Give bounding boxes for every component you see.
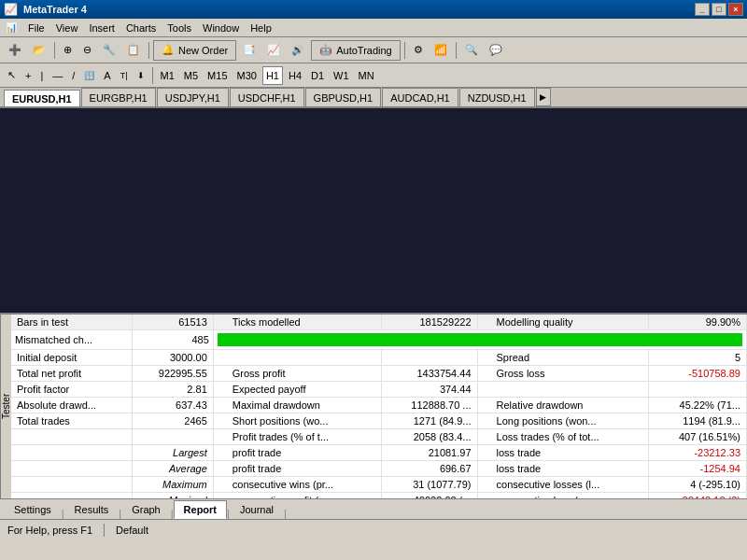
menu-file[interactable]: File: [22, 21, 50, 35]
signals-button[interactable]: 📶: [430, 40, 452, 61]
tab-usdjpy-h1[interactable]: USDJPY,H1: [157, 88, 229, 106]
autotrading-button[interactable]: 🤖 AutoTrading: [311, 40, 401, 61]
close-button[interactable]: ×: [728, 3, 743, 16]
cell-value: 45.22% (71...: [648, 398, 746, 413]
cursor-tool[interactable]: ↖: [4, 66, 20, 85]
crosshair-tool[interactable]: +: [21, 66, 35, 85]
cell-value: Maximum: [133, 477, 214, 493]
table-row: Largest profit trade 21081.97 loss trade…: [11, 445, 747, 461]
tf-h4[interactable]: H4: [285, 66, 305, 85]
cell-value: [133, 429, 214, 445]
tab-report[interactable]: Report: [174, 500, 227, 519]
menu-bar: 📊 File View Insert Charts Tools Window H…: [0, 19, 747, 37]
history-button[interactable]: 📑: [238, 40, 261, 61]
properties-button[interactable]: 🔧: [98, 40, 120, 61]
tf-m5[interactable]: M5: [180, 66, 202, 85]
cell-label: Bars in test: [11, 315, 133, 330]
tab-eurusd-h1[interactable]: EURUSD,H1: [4, 90, 80, 108]
open-icon: 📂: [33, 44, 46, 56]
tester-side-label[interactable]: Tester: [0, 315, 11, 498]
cell-modelling-quality: 99.90%: [648, 315, 746, 330]
cell-value: 485: [133, 330, 214, 350]
table-row: Absolute drawd... 637.43 Maximal drawdow…: [11, 398, 747, 413]
menu-view[interactable]: View: [50, 21, 84, 35]
settings-icon: ⚙: [414, 44, 423, 56]
autotrading-label: AutoTrading: [336, 45, 392, 56]
cell-label: [11, 429, 133, 445]
search-icon: 🔍: [465, 44, 478, 56]
text-tool[interactable]: A: [100, 66, 114, 85]
cell-label: Gross loss: [477, 366, 648, 382]
menu-tools[interactable]: Tools: [162, 21, 197, 35]
title-bar-text: MetaTrader 4: [23, 4, 87, 15]
toolbar-separator-3: [404, 42, 405, 59]
open-button[interactable]: 📂: [28, 40, 50, 61]
arrow-tool[interactable]: ⬇: [134, 66, 148, 85]
tab-results[interactable]: Results: [64, 500, 120, 519]
tab-nzdusd-h1[interactable]: NZDUSD,H1: [459, 88, 535, 106]
hline-tool[interactable]: —: [49, 66, 66, 85]
cell-label: Relative drawdown: [477, 398, 648, 413]
table-row: Total trades 2465 Short positions (wo...…: [11, 413, 747, 429]
tab-journal[interactable]: Journal: [230, 500, 284, 519]
tf-m1[interactable]: M1: [157, 66, 178, 85]
sound-button[interactable]: 🔊: [287, 40, 309, 61]
sound-icon: 🔊: [291, 44, 304, 56]
cell-label: loss trade: [477, 461, 648, 477]
menu-charts[interactable]: Charts: [120, 21, 162, 35]
tf-h1[interactable]: H1: [262, 66, 283, 85]
tab-usdchf-h1[interactable]: USDCHF,H1: [230, 88, 304, 106]
new-chart-button[interactable]: ➕: [4, 40, 26, 61]
tf-m30[interactable]: M30: [233, 66, 261, 85]
tab-gbpusd-h1[interactable]: GBPUSD,H1: [305, 88, 382, 106]
tf-m15[interactable]: M15: [204, 66, 231, 85]
fibo-tool[interactable]: 🔢: [80, 66, 98, 85]
label-tool[interactable]: T|: [117, 66, 132, 85]
vline-tool[interactable]: |: [36, 66, 47, 85]
zoom-out-button[interactable]: ⊖: [78, 40, 96, 61]
zoom-in-button[interactable]: ⊕: [59, 40, 77, 61]
cell-label: profit trade: [213, 461, 381, 477]
minimize-button[interactable]: _: [695, 3, 710, 16]
tab-audcad-h1[interactable]: AUDCAD,H1: [382, 88, 458, 106]
search-button[interactable]: 🔍: [460, 40, 483, 61]
new-order-button[interactable]: 🔔 New Order: [153, 40, 236, 61]
tester-content[interactable]: Bars in test 61513 Ticks modelled 181529…: [11, 315, 747, 498]
tf-d1[interactable]: D1: [307, 66, 328, 85]
cell-label: Expected payoff: [213, 382, 381, 398]
toolbar: ➕ 📂 ⊕ ⊖ 🔧 📋 🔔 New Order 📑 📈 🔊 🤖 AutoTrad…: [0, 37, 747, 63]
menu-window[interactable]: Window: [197, 21, 245, 35]
templates-icon: 📋: [127, 44, 140, 56]
cell-value: 5: [648, 350, 746, 366]
tab-graph[interactable]: Graph: [121, 500, 171, 519]
cell-value: [648, 382, 746, 398]
menu-help[interactable]: Help: [245, 21, 277, 35]
chat-button[interactable]: 💬: [485, 40, 507, 61]
templates-button[interactable]: 📋: [122, 40, 145, 61]
menu-insert[interactable]: Insert: [83, 21, 120, 35]
tab-settings[interactable]: Settings: [4, 500, 62, 519]
cell-label: [11, 445, 133, 461]
tab-scroll-right[interactable]: ▶: [536, 88, 551, 106]
tf-mn[interactable]: MN: [355, 66, 378, 85]
cell-label: [477, 382, 648, 398]
chart-area[interactable]: [0, 108, 747, 313]
title-bar-controls: _ □ ×: [695, 3, 743, 16]
settings-button[interactable]: ⚙: [409, 40, 428, 61]
table-row: Initial deposit 3000.00 Spread 5: [11, 350, 747, 366]
drawing-toolbar: ↖ + | — / 🔢 A T| ⬇ M1 M5 M15 M30 H1 H4 D…: [0, 63, 747, 88]
cell-value: 1194 (81.9...: [648, 413, 746, 429]
bottom-tab-bar: Settings | Results | Graph | Report | Jo…: [0, 498, 747, 519]
cell-label: Ticks modelled: [213, 315, 381, 330]
cell-label: Modelling quality: [477, 315, 648, 330]
tf-w1[interactable]: W1: [330, 66, 353, 85]
cell-value: 4 (-295.10): [648, 477, 746, 493]
tab-eurgbp-h1[interactable]: EURGBP,H1: [81, 88, 156, 106]
tab-separator-5: |: [284, 508, 287, 519]
maximize-button[interactable]: □: [712, 3, 726, 16]
trendline-tool[interactable]: /: [68, 66, 78, 85]
chart-history-button[interactable]: 📈: [262, 40, 285, 61]
status-bar: For Help, press F1 Default: [0, 519, 747, 539]
zoom-out-icon: ⊖: [83, 44, 92, 56]
modelling-quality-bar: [218, 333, 742, 346]
